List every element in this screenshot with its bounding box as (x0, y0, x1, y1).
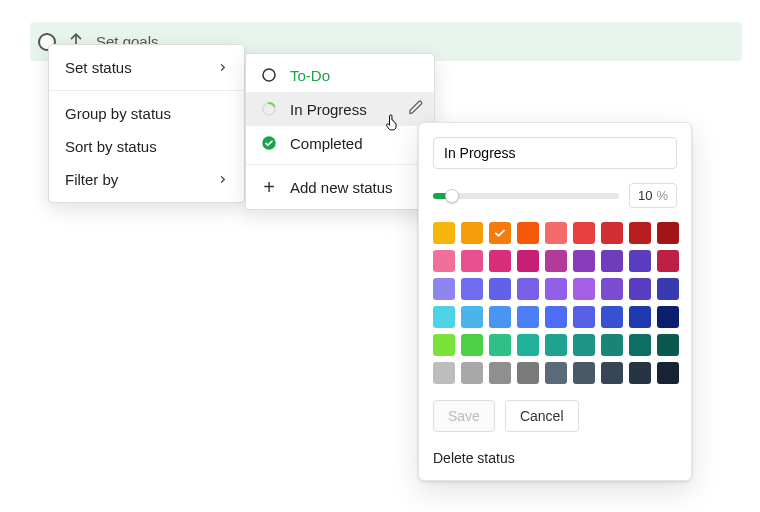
color-swatch[interactable] (573, 278, 595, 300)
color-swatch[interactable] (433, 362, 455, 384)
save-button[interactable]: Save (433, 400, 495, 432)
status-name-input[interactable] (433, 137, 677, 169)
color-swatch[interactable] (657, 222, 679, 244)
color-swatch[interactable] (573, 362, 595, 384)
add-new-status[interactable]: + Add new status (246, 169, 434, 205)
color-swatch[interactable] (461, 334, 483, 356)
color-swatch[interactable] (601, 334, 623, 356)
color-swatch[interactable] (601, 222, 623, 244)
menu-item-sort-by[interactable]: Sort by status (49, 130, 244, 163)
color-swatch[interactable] (657, 250, 679, 272)
color-swatch[interactable] (517, 306, 539, 328)
color-swatch[interactable] (433, 334, 455, 356)
color-swatch[interactable] (629, 306, 651, 328)
cancel-button[interactable]: Cancel (505, 400, 579, 432)
color-swatches (433, 222, 677, 384)
edit-status-popover: 10 % Save Cancel Delete status (418, 122, 692, 481)
status-option-completed[interactable]: Completed (246, 126, 434, 160)
color-swatch[interactable] (601, 306, 623, 328)
menu-item-filter-by[interactable]: Filter by (49, 163, 244, 196)
color-swatch[interactable] (489, 334, 511, 356)
add-new-label: Add new status (290, 179, 393, 196)
color-swatch[interactable] (461, 362, 483, 384)
color-swatch[interactable] (545, 278, 567, 300)
color-swatch[interactable] (629, 334, 651, 356)
color-swatch[interactable] (545, 250, 567, 272)
color-swatch[interactable] (517, 222, 539, 244)
menu-label: Group by status (65, 105, 171, 122)
color-swatch[interactable] (433, 306, 455, 328)
status-label: Completed (290, 135, 363, 152)
color-swatch[interactable] (461, 278, 483, 300)
color-swatch[interactable] (433, 222, 455, 244)
color-swatch[interactable] (489, 306, 511, 328)
color-swatch[interactable] (517, 250, 539, 272)
chevron-right-icon (217, 59, 228, 76)
pencil-icon[interactable] (408, 100, 424, 119)
color-swatch[interactable] (489, 278, 511, 300)
percent-box: 10 % (629, 183, 677, 208)
color-swatch[interactable] (545, 306, 567, 328)
color-swatch[interactable] (433, 278, 455, 300)
menu-label: Sort by status (65, 138, 157, 155)
color-swatch[interactable] (573, 306, 595, 328)
slider-thumb[interactable] (445, 189, 459, 203)
color-swatch[interactable] (629, 250, 651, 272)
circle-outline-icon (260, 66, 278, 84)
percent-value: 10 (638, 188, 652, 203)
status-submenu: To-Do In Progress Completed + Add new st… (245, 53, 435, 210)
menu-divider (246, 164, 434, 165)
percent-symbol: % (656, 188, 668, 203)
color-swatch[interactable] (517, 362, 539, 384)
color-swatch[interactable] (601, 362, 623, 384)
menu-item-group-by[interactable]: Group by status (49, 97, 244, 130)
color-swatch[interactable] (489, 222, 511, 244)
color-swatch[interactable] (433, 250, 455, 272)
color-swatch[interactable] (629, 362, 651, 384)
menu-label: Set status (65, 59, 132, 76)
pointer-cursor-icon (384, 113, 402, 134)
status-label: In Progress (290, 101, 367, 118)
delete-status-link[interactable]: Delete status (433, 450, 677, 466)
color-swatch[interactable] (545, 362, 567, 384)
status-option-todo[interactable]: To-Do (246, 58, 434, 92)
color-swatch[interactable] (657, 306, 679, 328)
color-swatch[interactable] (629, 222, 651, 244)
color-swatch[interactable] (461, 222, 483, 244)
menu-item-set-status[interactable]: Set status (49, 51, 244, 84)
color-swatch[interactable] (573, 222, 595, 244)
color-swatch[interactable] (517, 278, 539, 300)
menu-label: Filter by (65, 171, 118, 188)
color-swatch[interactable] (545, 222, 567, 244)
color-swatch[interactable] (461, 306, 483, 328)
plus-icon: + (260, 177, 278, 197)
color-swatch[interactable] (601, 250, 623, 272)
color-swatch[interactable] (629, 278, 651, 300)
color-swatch[interactable] (657, 334, 679, 356)
color-swatch[interactable] (489, 250, 511, 272)
progress-circle-icon (260, 100, 278, 118)
progress-slider[interactable] (433, 193, 619, 199)
svg-point-0 (263, 69, 275, 81)
status-option-in-progress[interactable]: In Progress (246, 92, 434, 126)
status-label: To-Do (290, 67, 330, 84)
color-swatch[interactable] (657, 362, 679, 384)
color-swatch[interactable] (461, 250, 483, 272)
color-swatch[interactable] (489, 362, 511, 384)
color-swatch[interactable] (573, 334, 595, 356)
check-circle-icon (260, 134, 278, 152)
menu-divider (49, 90, 244, 91)
color-swatch[interactable] (657, 278, 679, 300)
chevron-right-icon (217, 171, 228, 188)
context-menu: Set status Group by status Sort by statu… (48, 44, 245, 203)
color-swatch[interactable] (573, 250, 595, 272)
color-swatch[interactable] (601, 278, 623, 300)
color-swatch[interactable] (545, 334, 567, 356)
check-icon (493, 226, 507, 240)
color-swatch[interactable] (517, 334, 539, 356)
